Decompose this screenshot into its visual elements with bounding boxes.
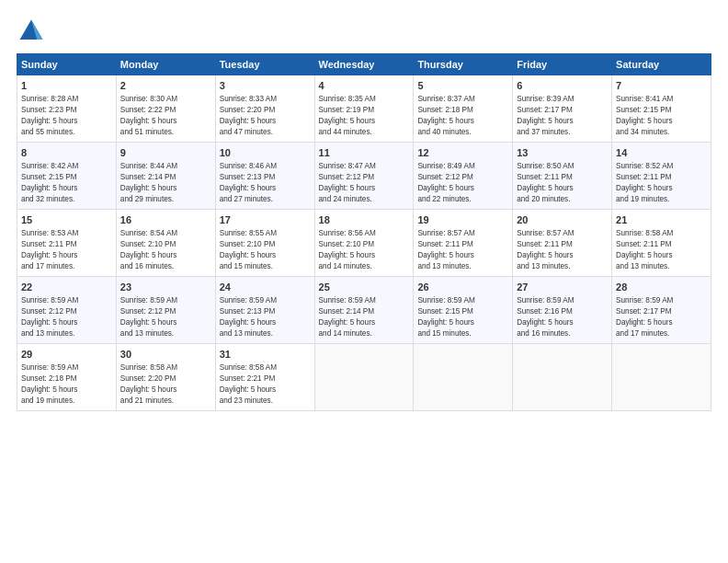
header-cell-friday: Friday (513, 54, 612, 75)
day-info: Sunrise: 8:57 AMSunset: 2:11 PMDaylight:… (517, 228, 608, 272)
day-info: Sunrise: 8:59 AMSunset: 2:16 PMDaylight:… (517, 295, 608, 339)
header-cell-tuesday: Tuesday (215, 54, 314, 75)
day-cell: 26Sunrise: 8:59 AMSunset: 2:15 PMDayligh… (414, 276, 513, 343)
day-info: Sunrise: 8:47 AMSunset: 2:12 PMDaylight:… (319, 161, 410, 205)
page: SundayMondayTuesdayWednesdayThursdayFrid… (0, 0, 728, 563)
day-info: Sunrise: 8:54 AMSunset: 2:10 PMDaylight:… (120, 228, 211, 272)
day-number: 27 (517, 281, 608, 294)
day-info: Sunrise: 8:59 AMSunset: 2:18 PMDaylight:… (21, 362, 112, 407)
header-cell-sunday: Sunday (17, 54, 117, 75)
day-cell: 9Sunrise: 8:44 AMSunset: 2:14 PMDaylight… (116, 142, 215, 209)
day-cell: 23Sunrise: 8:59 AMSunset: 2:12 PMDayligh… (116, 276, 215, 343)
day-info: Sunrise: 8:52 AMSunset: 2:11 PMDaylight:… (616, 161, 707, 205)
day-number: 11 (319, 146, 410, 160)
day-info: Sunrise: 8:30 AMSunset: 2:22 PMDaylight:… (120, 94, 211, 138)
day-cell: 6Sunrise: 8:39 AMSunset: 2:17 PMDaylight… (513, 75, 612, 143)
day-cell: 15Sunrise: 8:53 AMSunset: 2:11 PMDayligh… (17, 209, 117, 276)
day-cell: 8Sunrise: 8:42 AMSunset: 2:15 PMDaylight… (17, 142, 117, 209)
day-number: 15 (21, 213, 112, 227)
day-info: Sunrise: 8:50 AMSunset: 2:11 PMDaylight:… (517, 161, 608, 205)
day-info: Sunrise: 8:59 AMSunset: 2:15 PMDaylight:… (417, 295, 508, 339)
day-info: Sunrise: 8:55 AMSunset: 2:10 PMDaylight:… (220, 228, 311, 272)
day-cell (414, 343, 513, 410)
day-cell: 16Sunrise: 8:54 AMSunset: 2:10 PMDayligh… (116, 209, 215, 276)
day-cell: 20Sunrise: 8:57 AMSunset: 2:11 PMDayligh… (513, 209, 612, 276)
day-info: Sunrise: 8:56 AMSunset: 2:10 PMDaylight:… (319, 228, 410, 272)
day-info: Sunrise: 8:49 AMSunset: 2:12 PMDaylight:… (417, 161, 508, 205)
day-cell: 21Sunrise: 8:58 AMSunset: 2:11 PMDayligh… (612, 209, 711, 276)
header-cell-wednesday: Wednesday (314, 54, 414, 75)
logo (17, 17, 50, 46)
day-cell: 19Sunrise: 8:57 AMSunset: 2:11 PMDayligh… (414, 209, 513, 276)
day-number: 5 (417, 79, 508, 93)
day-info: Sunrise: 8:37 AMSunset: 2:18 PMDaylight:… (417, 94, 508, 138)
day-info: Sunrise: 8:53 AMSunset: 2:11 PMDaylight:… (21, 228, 112, 272)
day-number: 19 (417, 213, 508, 227)
day-number: 2 (120, 79, 211, 93)
day-cell: 30Sunrise: 8:58 AMSunset: 2:20 PMDayligh… (116, 343, 215, 410)
day-cell: 10Sunrise: 8:46 AMSunset: 2:13 PMDayligh… (215, 142, 314, 209)
day-info: Sunrise: 8:58 AMSunset: 2:20 PMDaylight:… (120, 362, 211, 407)
header-cell-monday: Monday (116, 54, 215, 75)
day-number: 23 (120, 281, 211, 294)
week-row-2: 15Sunrise: 8:53 AMSunset: 2:11 PMDayligh… (17, 209, 711, 276)
day-cell: 29Sunrise: 8:59 AMSunset: 2:18 PMDayligh… (17, 343, 117, 410)
header-cell-saturday: Saturday (612, 54, 711, 75)
day-number: 4 (319, 79, 410, 93)
header (17, 17, 711, 46)
day-number: 21 (616, 213, 707, 227)
day-cell: 1Sunrise: 8:28 AMSunset: 2:23 PMDaylight… (17, 75, 117, 143)
day-cell: 7Sunrise: 8:41 AMSunset: 2:15 PMDaylight… (612, 75, 711, 143)
calendar-table: SundayMondayTuesdayWednesdayThursdayFrid… (17, 53, 711, 411)
day-number: 16 (120, 213, 211, 227)
day-number: 9 (120, 146, 211, 160)
day-number: 20 (517, 213, 608, 227)
day-number: 29 (21, 348, 112, 362)
day-cell (314, 343, 414, 410)
day-info: Sunrise: 8:59 AMSunset: 2:17 PMDaylight:… (616, 295, 707, 339)
day-number: 10 (220, 146, 311, 160)
day-number: 28 (616, 281, 707, 294)
day-info: Sunrise: 8:58 AMSunset: 2:21 PMDaylight:… (220, 362, 311, 407)
day-cell: 5Sunrise: 8:37 AMSunset: 2:18 PMDaylight… (414, 75, 513, 143)
logo-icon (17, 17, 46, 46)
day-info: Sunrise: 8:35 AMSunset: 2:19 PMDaylight:… (319, 94, 410, 138)
day-cell: 13Sunrise: 8:50 AMSunset: 2:11 PMDayligh… (513, 142, 612, 209)
day-cell: 17Sunrise: 8:55 AMSunset: 2:10 PMDayligh… (215, 209, 314, 276)
day-info: Sunrise: 8:28 AMSunset: 2:23 PMDaylight:… (21, 94, 112, 138)
day-number: 22 (21, 281, 112, 294)
day-cell (513, 343, 612, 410)
day-number: 31 (220, 348, 311, 362)
day-info: Sunrise: 8:46 AMSunset: 2:13 PMDaylight:… (220, 161, 311, 205)
day-number: 17 (220, 213, 311, 227)
day-number: 30 (120, 348, 211, 362)
day-number: 7 (616, 79, 707, 93)
day-info: Sunrise: 8:44 AMSunset: 2:14 PMDaylight:… (120, 161, 211, 205)
day-info: Sunrise: 8:57 AMSunset: 2:11 PMDaylight:… (417, 228, 508, 272)
day-cell: 24Sunrise: 8:59 AMSunset: 2:13 PMDayligh… (215, 276, 314, 343)
day-cell: 31Sunrise: 8:58 AMSunset: 2:21 PMDayligh… (215, 343, 314, 410)
day-number: 26 (417, 281, 508, 294)
day-cell: 25Sunrise: 8:59 AMSunset: 2:14 PMDayligh… (314, 276, 414, 343)
day-cell: 11Sunrise: 8:47 AMSunset: 2:12 PMDayligh… (314, 142, 414, 209)
day-number: 14 (616, 146, 707, 160)
header-cell-thursday: Thursday (414, 54, 513, 75)
day-info: Sunrise: 8:59 AMSunset: 2:12 PMDaylight:… (120, 295, 211, 339)
day-info: Sunrise: 8:59 AMSunset: 2:13 PMDaylight:… (220, 295, 311, 339)
day-cell: 27Sunrise: 8:59 AMSunset: 2:16 PMDayligh… (513, 276, 612, 343)
day-number: 24 (220, 281, 311, 294)
day-info: Sunrise: 8:41 AMSunset: 2:15 PMDaylight:… (616, 94, 707, 138)
day-info: Sunrise: 8:59 AMSunset: 2:12 PMDaylight:… (21, 295, 112, 339)
day-number: 8 (21, 146, 112, 160)
day-number: 6 (517, 79, 608, 93)
day-cell: 28Sunrise: 8:59 AMSunset: 2:17 PMDayligh… (612, 276, 711, 343)
day-cell: 4Sunrise: 8:35 AMSunset: 2:19 PMDaylight… (314, 75, 414, 143)
day-cell (612, 343, 711, 410)
day-cell: 22Sunrise: 8:59 AMSunset: 2:12 PMDayligh… (17, 276, 117, 343)
day-number: 1 (21, 79, 112, 93)
day-info: Sunrise: 8:59 AMSunset: 2:14 PMDaylight:… (319, 295, 410, 339)
week-row-4: 29Sunrise: 8:59 AMSunset: 2:18 PMDayligh… (17, 343, 711, 410)
header-row: SundayMondayTuesdayWednesdayThursdayFrid… (17, 54, 711, 75)
day-cell: 12Sunrise: 8:49 AMSunset: 2:12 PMDayligh… (414, 142, 513, 209)
day-number: 25 (319, 281, 410, 294)
